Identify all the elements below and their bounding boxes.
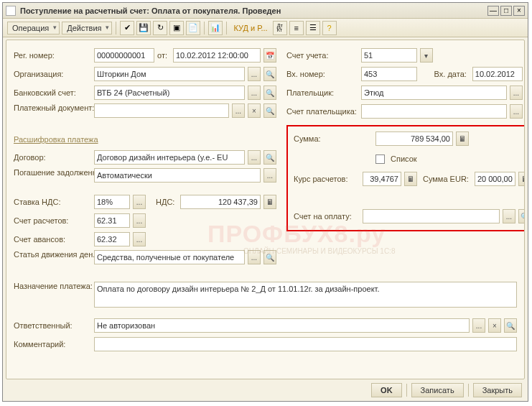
sa-select-button[interactable]: ... <box>133 232 146 246</box>
kommentary-input[interactable] <box>94 337 517 351</box>
paydoc-select-button[interactable]: ... <box>232 103 245 118</box>
org-label: Организация: <box>14 70 91 78</box>
calendar-icon[interactable]: 📅 <box>263 48 276 63</box>
schet-ucheta-input[interactable]: 51 <box>361 48 417 63</box>
paydoc-clear-button[interactable]: × <box>248 103 261 118</box>
schet-raschetov-label: Счет расчетов: <box>14 216 91 225</box>
paydoc-input[interactable] <box>94 103 229 118</box>
kommentary-label: Комментарий: <box>14 340 91 349</box>
pogash-input[interactable]: Автоматически <box>94 168 261 183</box>
contract-select-button[interactable]: ... <box>248 150 261 165</box>
bank-select-button[interactable]: ... <box>248 86 261 100</box>
list-checkbox-label: Список <box>391 154 417 163</box>
otv-select-button[interactable]: ... <box>472 318 485 333</box>
sdv-input[interactable]: Средства, полученные от покупателе <box>94 250 245 264</box>
nds-label: НДС: <box>156 198 174 206</box>
summa-eur-input[interactable]: 20 000,00 <box>475 172 515 186</box>
sno-select-button[interactable]: ... <box>503 209 515 223</box>
spl-select-button[interactable]: ... <box>510 104 523 119</box>
minimize-button[interactable]: — <box>487 6 499 16</box>
kurs-input[interactable]: 39,4767 <box>363 172 401 186</box>
app-icon <box>6 6 16 16</box>
action5-icon[interactable]: 📄 <box>186 21 200 35</box>
vhod-data-label: Вх. дата: <box>434 70 467 78</box>
pogash-select-button[interactable]: ... <box>263 168 276 183</box>
sdv-search-icon[interactable]: 🔍 <box>263 250 276 264</box>
operation-dropdown[interactable]: Операция <box>7 22 60 34</box>
close-button[interactable]: Закрыть <box>473 383 522 397</box>
otvetstvenny-input[interactable]: Не авторизован <box>94 318 470 333</box>
sume-calc-icon[interactable]: 🖩 <box>518 172 525 186</box>
dtk-icon[interactable]: ДтКт <box>273 21 287 35</box>
pogash-label: Погашение задолженности: <box>14 168 91 191</box>
stavka-nds-input[interactable]: 18% <box>94 195 130 209</box>
nds-input[interactable]: 120 437,39 <box>180 195 261 209</box>
list2-icon[interactable]: ☰ <box>306 21 320 35</box>
date-input[interactable]: 10.02.2012 12:00:00 <box>173 48 261 63</box>
schet-avansov-input[interactable]: 62.32 <box>94 232 130 246</box>
schet-platelshika-input[interactable] <box>361 104 507 119</box>
stavka-select-button[interactable]: ... <box>133 195 146 209</box>
list-checkbox[interactable] <box>375 154 385 164</box>
summa-input[interactable]: 789 534,00 <box>375 132 453 146</box>
sdv-label: Статья движения ден. средств: <box>14 250 91 273</box>
schet-raschetov-input[interactable]: 62.31 <box>94 213 130 228</box>
schet-na-oplatu-label: Счет на оплату: <box>294 212 360 221</box>
footer: OK Записать Закрыть <box>371 381 522 400</box>
org-select-button[interactable]: ... <box>248 67 261 81</box>
platelshik-input[interactable]: Этюд <box>361 86 507 100</box>
kurs-calc-icon[interactable]: 🖩 <box>404 172 417 186</box>
reg-number-label: Рег. номер: <box>14 51 91 60</box>
apply-icon[interactable]: ✔ <box>120 21 134 35</box>
summa-label: Сумма: <box>294 134 360 143</box>
sr-select-button[interactable]: ... <box>133 213 146 228</box>
paydoc-label: Платежный документ: <box>14 103 91 126</box>
titlebar: Поступление на расчетный счет: Оплата от… <box>3 3 528 19</box>
contract-label: Договор: <box>14 153 91 162</box>
su-dropdown-button[interactable]: ▾ <box>420 48 433 63</box>
reg-number-input[interactable]: 00000000001 <box>94 48 154 63</box>
contract-input[interactable]: Договор дизайн интерьера (у.е.- EU <box>94 150 245 165</box>
naznachenie-label: Назначение платежа: <box>14 282 91 308</box>
nds-calc-icon[interactable]: 🖩 <box>263 195 276 209</box>
help-icon[interactable]: ? <box>322 21 337 35</box>
schet-na-oplatu-input[interactable] <box>363 209 500 223</box>
otv-clear-button[interactable]: × <box>488 318 501 333</box>
bank-search-icon[interactable]: 🔍 <box>263 86 276 100</box>
otvetstvenny-label: Ответственный: <box>14 321 91 330</box>
org-search-icon[interactable]: 🔍 <box>263 67 276 81</box>
schet-platelshika-label: Счет плательщика: <box>286 107 358 116</box>
schet-avansov-label: Счет авансов: <box>14 235 91 244</box>
paydoc-search-icon[interactable]: 🔍 <box>263 103 276 118</box>
kud-link[interactable]: КУД и Р... <box>230 22 270 34</box>
write-button[interactable]: Записать <box>411 383 464 397</box>
action6-icon[interactable]: 📊 <box>208 21 223 35</box>
summa-eur-label: Сумма EUR: <box>423 175 469 183</box>
vhod-data-input[interactable]: 10.02.2012 <box>472 67 523 81</box>
actions-dropdown[interactable]: Действия <box>62 22 112 34</box>
vhod-nomer-input[interactable]: 453 <box>361 67 417 81</box>
refresh-icon[interactable]: ↻ <box>153 21 167 35</box>
bank-account-input[interactable]: ВТБ 24 (Расчетный) <box>94 86 245 100</box>
action4-icon[interactable]: ▣ <box>169 21 184 35</box>
contract-search-icon[interactable]: 🔍 <box>263 150 276 165</box>
platelshik-label: Плательщик: <box>286 88 358 97</box>
naznachenie-input[interactable]: Оплата по договору дизайн интерьера № 2_… <box>94 282 517 308</box>
sno-search-icon[interactable]: 🔍 <box>518 209 525 223</box>
ot-label: от: <box>157 51 167 60</box>
org-input[interactable]: Шторкин Дом <box>94 67 245 81</box>
summa-calc-icon[interactable]: 🖩 <box>456 132 469 146</box>
list-icon[interactable]: ≡ <box>289 21 304 35</box>
window-title: Поступление на расчетный счет: Оплата от… <box>20 6 487 15</box>
close-window-button[interactable]: × <box>513 6 525 16</box>
ok-button[interactable]: OK <box>371 383 402 397</box>
save-icon[interactable]: 💾 <box>136 21 151 35</box>
sdv-select-button[interactable]: ... <box>248 250 261 264</box>
kurs-label: Курс расчетов: <box>294 175 360 183</box>
maximize-button[interactable]: □ <box>500 6 512 16</box>
section-header: Расшифровка платежа <box>14 135 276 144</box>
pl-select-button[interactable]: ... <box>510 86 523 100</box>
schet-ucheta-label: Счет учета: <box>286 51 358 60</box>
vhod-nomer-label: Вх. номер: <box>286 70 358 78</box>
otv-search-icon[interactable]: 🔍 <box>504 318 517 333</box>
